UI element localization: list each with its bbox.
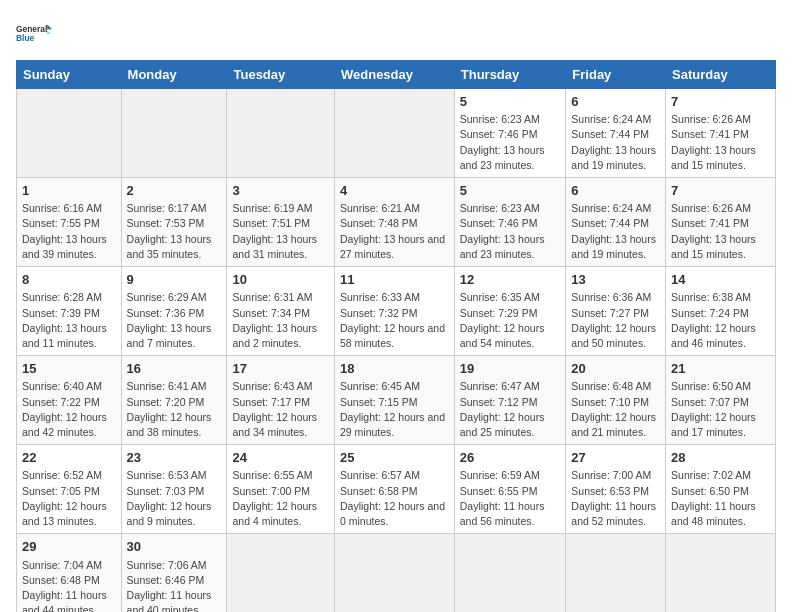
day-number: 4 xyxy=(340,182,449,200)
calendar-cell-day-6: 6Sunrise: 6:24 AMSunset: 7:44 PMDaylight… xyxy=(566,89,666,178)
day-number: 27 xyxy=(571,449,660,467)
cell-info: Sunrise: 6:17 AMSunset: 7:53 PMDaylight:… xyxy=(127,201,222,262)
calendar-cell-day-24: 24Sunrise: 6:55 AMSunset: 7:00 PMDayligh… xyxy=(227,445,335,534)
cell-info: Sunrise: 6:41 AMSunset: 7:20 PMDaylight:… xyxy=(127,379,222,440)
empty-cell xyxy=(227,89,335,178)
calendar-cell-day-15: 15Sunrise: 6:40 AMSunset: 7:22 PMDayligh… xyxy=(17,356,122,445)
col-header-monday: Monday xyxy=(121,61,227,89)
day-number: 23 xyxy=(127,449,222,467)
day-number: 21 xyxy=(671,360,770,378)
calendar-cell-day-29: 29Sunrise: 7:04 AMSunset: 6:48 PMDayligh… xyxy=(17,534,122,612)
col-header-friday: Friday xyxy=(566,61,666,89)
cell-info: Sunrise: 6:40 AMSunset: 7:22 PMDaylight:… xyxy=(22,379,116,440)
col-header-tuesday: Tuesday xyxy=(227,61,335,89)
cell-info: Sunrise: 6:26 AMSunset: 7:41 PMDaylight:… xyxy=(671,201,770,262)
day-number: 5 xyxy=(460,182,561,200)
cell-info: Sunrise: 6:38 AMSunset: 7:24 PMDaylight:… xyxy=(671,290,770,351)
cell-info: Sunrise: 6:26 AMSunset: 7:41 PMDaylight:… xyxy=(671,112,770,173)
calendar-cell-day-17: 17Sunrise: 6:43 AMSunset: 7:17 PMDayligh… xyxy=(227,356,335,445)
cell-info: Sunrise: 7:02 AMSunset: 6:50 PMDaylight:… xyxy=(671,468,770,529)
day-number: 16 xyxy=(127,360,222,378)
day-number: 1 xyxy=(22,182,116,200)
calendar-cell-day-3: 3Sunrise: 6:19 AMSunset: 7:51 PMDaylight… xyxy=(227,178,335,267)
calendar-cell-day-25: 25Sunrise: 6:57 AMSunset: 6:58 PMDayligh… xyxy=(334,445,454,534)
calendar-cell-day-11: 11Sunrise: 6:33 AMSunset: 7:32 PMDayligh… xyxy=(334,267,454,356)
day-number: 13 xyxy=(571,271,660,289)
day-number: 26 xyxy=(460,449,561,467)
day-number: 6 xyxy=(571,93,660,111)
cell-info: Sunrise: 6:31 AMSunset: 7:34 PMDaylight:… xyxy=(232,290,329,351)
calendar-cell-day-16: 16Sunrise: 6:41 AMSunset: 7:20 PMDayligh… xyxy=(121,356,227,445)
logo-svg: General Blue xyxy=(16,16,52,52)
calendar-cell-day-10: 10Sunrise: 6:31 AMSunset: 7:34 PMDayligh… xyxy=(227,267,335,356)
empty-cell xyxy=(121,89,227,178)
col-header-sunday: Sunday xyxy=(17,61,122,89)
calendar-cell-day-5: 5Sunrise: 6:23 AMSunset: 7:46 PMDaylight… xyxy=(454,178,566,267)
svg-marker-3 xyxy=(47,30,51,34)
cell-info: Sunrise: 6:24 AMSunset: 7:44 PMDaylight:… xyxy=(571,112,660,173)
calendar-cell-day-14: 14Sunrise: 6:38 AMSunset: 7:24 PMDayligh… xyxy=(666,267,776,356)
day-number: 8 xyxy=(22,271,116,289)
day-number: 24 xyxy=(232,449,329,467)
cell-info: Sunrise: 6:28 AMSunset: 7:39 PMDaylight:… xyxy=(22,290,116,351)
cell-info: Sunrise: 6:43 AMSunset: 7:17 PMDaylight:… xyxy=(232,379,329,440)
cell-info: Sunrise: 6:16 AMSunset: 7:55 PMDaylight:… xyxy=(22,201,116,262)
calendar-cell-day-1: 1Sunrise: 6:16 AMSunset: 7:55 PMDaylight… xyxy=(17,178,122,267)
calendar-week-6: 29Sunrise: 7:04 AMSunset: 6:48 PMDayligh… xyxy=(17,534,776,612)
cell-info: Sunrise: 7:04 AMSunset: 6:48 PMDaylight:… xyxy=(22,558,116,613)
day-number: 6 xyxy=(571,182,660,200)
cell-info: Sunrise: 6:52 AMSunset: 7:05 PMDaylight:… xyxy=(22,468,116,529)
cell-info: Sunrise: 6:45 AMSunset: 7:15 PMDaylight:… xyxy=(340,379,449,440)
empty-cell xyxy=(666,534,776,612)
calendar-cell-day-22: 22Sunrise: 6:52 AMSunset: 7:05 PMDayligh… xyxy=(17,445,122,534)
calendar-cell-day-21: 21Sunrise: 6:50 AMSunset: 7:07 PMDayligh… xyxy=(666,356,776,445)
cell-info: Sunrise: 6:48 AMSunset: 7:10 PMDaylight:… xyxy=(571,379,660,440)
calendar-cell-day-7: 7Sunrise: 6:26 AMSunset: 7:41 PMDaylight… xyxy=(666,89,776,178)
calendar-week-5: 22Sunrise: 6:52 AMSunset: 7:05 PMDayligh… xyxy=(17,445,776,534)
calendar-cell-day-27: 27Sunrise: 7:00 AMSunset: 6:53 PMDayligh… xyxy=(566,445,666,534)
col-header-thursday: Thursday xyxy=(454,61,566,89)
day-number: 5 xyxy=(460,93,561,111)
cell-info: Sunrise: 6:23 AMSunset: 7:46 PMDaylight:… xyxy=(460,201,561,262)
calendar-cell-day-28: 28Sunrise: 7:02 AMSunset: 6:50 PMDayligh… xyxy=(666,445,776,534)
calendar-cell-day-5: 5Sunrise: 6:23 AMSunset: 7:46 PMDaylight… xyxy=(454,89,566,178)
calendar-cell-day-12: 12Sunrise: 6:35 AMSunset: 7:29 PMDayligh… xyxy=(454,267,566,356)
calendar-cell-day-30: 30Sunrise: 7:06 AMSunset: 6:46 PMDayligh… xyxy=(121,534,227,612)
day-number: 12 xyxy=(460,271,561,289)
cell-info: Sunrise: 6:50 AMSunset: 7:07 PMDaylight:… xyxy=(671,379,770,440)
calendar-week-2: 1Sunrise: 6:16 AMSunset: 7:55 PMDaylight… xyxy=(17,178,776,267)
calendar-cell-day-4: 4Sunrise: 6:21 AMSunset: 7:48 PMDaylight… xyxy=(334,178,454,267)
day-number: 20 xyxy=(571,360,660,378)
day-number: 2 xyxy=(127,182,222,200)
calendar-cell-day-13: 13Sunrise: 6:36 AMSunset: 7:27 PMDayligh… xyxy=(566,267,666,356)
calendar-cell-day-9: 9Sunrise: 6:29 AMSunset: 7:36 PMDaylight… xyxy=(121,267,227,356)
cell-info: Sunrise: 6:33 AMSunset: 7:32 PMDaylight:… xyxy=(340,290,449,351)
calendar-cell-day-2: 2Sunrise: 6:17 AMSunset: 7:53 PMDaylight… xyxy=(121,178,227,267)
cell-info: Sunrise: 6:55 AMSunset: 7:00 PMDaylight:… xyxy=(232,468,329,529)
day-number: 14 xyxy=(671,271,770,289)
cell-info: Sunrise: 7:00 AMSunset: 6:53 PMDaylight:… xyxy=(571,468,660,529)
empty-cell xyxy=(454,534,566,612)
day-number: 17 xyxy=(232,360,329,378)
calendar-header-row: SundayMondayTuesdayWednesdayThursdayFrid… xyxy=(17,61,776,89)
empty-cell xyxy=(17,89,122,178)
day-number: 7 xyxy=(671,182,770,200)
logo: General Blue xyxy=(16,16,52,52)
cell-info: Sunrise: 6:35 AMSunset: 7:29 PMDaylight:… xyxy=(460,290,561,351)
svg-marker-2 xyxy=(47,24,52,29)
svg-text:Blue: Blue xyxy=(16,33,35,43)
day-number: 22 xyxy=(22,449,116,467)
col-header-saturday: Saturday xyxy=(666,61,776,89)
cell-info: Sunrise: 6:59 AMSunset: 6:55 PMDaylight:… xyxy=(460,468,561,529)
empty-cell xyxy=(334,534,454,612)
day-number: 25 xyxy=(340,449,449,467)
calendar-cell-day-26: 26Sunrise: 6:59 AMSunset: 6:55 PMDayligh… xyxy=(454,445,566,534)
day-number: 30 xyxy=(127,538,222,556)
cell-info: Sunrise: 6:47 AMSunset: 7:12 PMDaylight:… xyxy=(460,379,561,440)
empty-cell xyxy=(227,534,335,612)
cell-info: Sunrise: 6:21 AMSunset: 7:48 PMDaylight:… xyxy=(340,201,449,262)
cell-info: Sunrise: 6:19 AMSunset: 7:51 PMDaylight:… xyxy=(232,201,329,262)
cell-info: Sunrise: 6:57 AMSunset: 6:58 PMDaylight:… xyxy=(340,468,449,529)
cell-info: Sunrise: 7:06 AMSunset: 6:46 PMDaylight:… xyxy=(127,558,222,613)
calendar-cell-day-8: 8Sunrise: 6:28 AMSunset: 7:39 PMDaylight… xyxy=(17,267,122,356)
